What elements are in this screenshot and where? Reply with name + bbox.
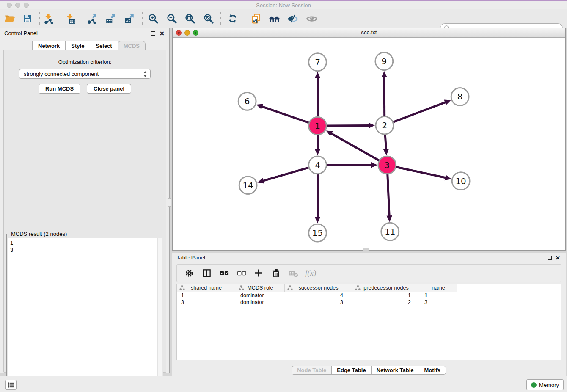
- tab-network-table[interactable]: Network Table: [371, 366, 419, 375]
- edge-arrowhead: [315, 72, 321, 78]
- toolbar-separator: [82, 12, 82, 25]
- save-session-icon[interactable]: [22, 13, 33, 25]
- float-panel-icon[interactable]: [151, 31, 155, 36]
- optimization-criterion-label: Optimization criterion:: [4, 59, 166, 65]
- import-table-icon[interactable]: [64, 13, 76, 25]
- network-graph: 7968124314101511: [173, 38, 565, 250]
- run-mcds-button[interactable]: Run MCDS: [39, 84, 80, 94]
- tab-edge-table[interactable]: Edge Table: [331, 366, 371, 375]
- result-scrollbar[interactable]: [157, 238, 162, 392]
- mcds-result-list: 13: [8, 238, 162, 255]
- task-history-button[interactable]: [5, 380, 17, 390]
- table-cell: 3: [177, 299, 236, 306]
- select-all-checkboxes-icon[interactable]: [218, 268, 229, 279]
- clone-network-icon[interactable]: [250, 13, 262, 25]
- network-window-titlebar[interactable]: x − + scc.txt: [173, 28, 565, 38]
- refresh-icon[interactable]: [227, 13, 239, 25]
- network-window-title: scc.txt: [173, 29, 565, 36]
- open-session-icon[interactable]: [4, 13, 16, 25]
- graph-node-label: 1: [315, 121, 320, 131]
- table-cell: 1: [352, 292, 420, 299]
- graph-edge-1-6[interactable]: [261, 106, 309, 123]
- table-row[interactable]: 3dominator323: [177, 299, 561, 306]
- graph-edge-3-10[interactable]: [396, 167, 446, 178]
- graph-node-label: 9: [382, 57, 387, 66]
- table-row[interactable]: 1dominator411: [177, 292, 561, 299]
- horizontal-splitter-grip[interactable]: [363, 248, 369, 251]
- graph-edge-2-8[interactable]: [393, 102, 446, 122]
- home-icon[interactable]: [269, 13, 281, 25]
- column-header-successor-nodes[interactable]: successor nodes: [285, 284, 352, 292]
- titlebar: Session: New Session: [0, 1, 567, 9]
- fx-label: f(x): [305, 268, 316, 278]
- graph-node-label: 4: [315, 160, 320, 170]
- table-panel-title: Table Panel: [176, 254, 205, 261]
- graph-node-label: 14: [242, 181, 253, 190]
- graph-node-label: 3: [384, 160, 390, 170]
- zoom-selected-icon[interactable]: [203, 13, 215, 25]
- column-header-shared-name[interactable]: shared name: [177, 284, 236, 292]
- hide-details-icon[interactable]: [287, 13, 299, 25]
- tab-node-table[interactable]: Node Table: [292, 366, 332, 375]
- graph-edge-3-1[interactable]: [330, 133, 379, 160]
- function-builder-icon[interactable]: f(x): [305, 268, 316, 279]
- node-table[interactable]: shared nameMCDS rolesuccessor nodesprede…: [176, 284, 561, 360]
- graph-edge-1-2[interactable]: [327, 125, 370, 126]
- settings-gear-icon[interactable]: [184, 268, 195, 279]
- float-table-panel-icon[interactable]: [548, 256, 552, 260]
- column-header-MCDS-role[interactable]: MCDS role: [236, 284, 285, 292]
- graph-edge-2-3[interactable]: [385, 135, 386, 150]
- task-list-icon: [7, 382, 14, 388]
- column-layout-icon[interactable]: [201, 268, 212, 279]
- column-header-name[interactable]: name: [420, 284, 457, 292]
- column-header-predecessor-nodes[interactable]: predecessor nodes: [352, 284, 420, 292]
- close-panel-icon[interactable]: ✕: [160, 31, 165, 36]
- add-column-icon[interactable]: [253, 268, 264, 279]
- deselect-checkboxes-icon[interactable]: [236, 268, 247, 279]
- optimization-criterion-select[interactable]: strongly connected component: [19, 69, 151, 79]
- zoom-fit-icon[interactable]: [184, 13, 196, 25]
- show-details-icon[interactable]: [306, 13, 318, 25]
- vertical-splitter-grip[interactable]: [168, 198, 171, 207]
- delete-column-icon[interactable]: [270, 268, 281, 279]
- graph-edge-3-11[interactable]: [388, 174, 389, 217]
- export-image-icon[interactable]: [124, 13, 135, 25]
- close-table-panel-icon[interactable]: ✕: [555, 256, 560, 260]
- main-toolbar: [0, 9, 567, 28]
- close-panel-button[interactable]: Close panel: [87, 84, 131, 94]
- export-table-icon[interactable]: [105, 13, 117, 25]
- edge-arrowhead: [444, 100, 451, 105]
- delete-table-icon[interactable]: [288, 268, 299, 279]
- edge-arrowhead: [256, 104, 263, 109]
- table-cell: 4: [285, 292, 352, 299]
- edge-arrowhead: [381, 71, 387, 77]
- tab-network[interactable]: Network: [32, 41, 66, 50]
- table-cell: 3: [285, 299, 352, 306]
- graph-edge-4-14[interactable]: [262, 168, 309, 181]
- export-network-icon[interactable]: [86, 13, 98, 25]
- control-panel-title: Control Panel: [4, 30, 38, 36]
- memory-button[interactable]: Memory: [526, 379, 564, 390]
- tab-motifs[interactable]: Motifs: [419, 366, 446, 375]
- network-view-window: x − + scc.txt 7968124314101511: [172, 28, 566, 251]
- tab-style[interactable]: Style: [65, 41, 90, 50]
- edge-arrowhead: [371, 162, 377, 168]
- graph-node-label: 15: [312, 228, 323, 238]
- graph-node-label: 2: [382, 121, 388, 130]
- memory-label: Memory: [539, 382, 559, 388]
- tab-select[interactable]: Select: [90, 41, 118, 50]
- mcds-panel: Optimization criterion: strongly connect…: [3, 50, 166, 373]
- zoom-out-icon[interactable]: [166, 13, 178, 25]
- mcds-result-textarea[interactable]: 13: [8, 238, 162, 392]
- result-line: 3: [10, 246, 160, 254]
- graph-node-label: 8: [457, 92, 463, 102]
- edge-arrowhead: [315, 149, 321, 155]
- network-canvas[interactable]: 7968124314101511: [173, 38, 565, 250]
- table-cell: 1: [420, 292, 457, 299]
- graph-edge-2-9[interactable]: [384, 76, 385, 116]
- import-network-icon[interactable]: [43, 13, 55, 25]
- mcds-result-group: MCDS result (2 nodes) 13: [6, 234, 163, 392]
- tab-mcds[interactable]: MCDS: [118, 41, 146, 50]
- edge-arrowhead: [315, 217, 321, 223]
- zoom-in-icon[interactable]: [147, 13, 159, 25]
